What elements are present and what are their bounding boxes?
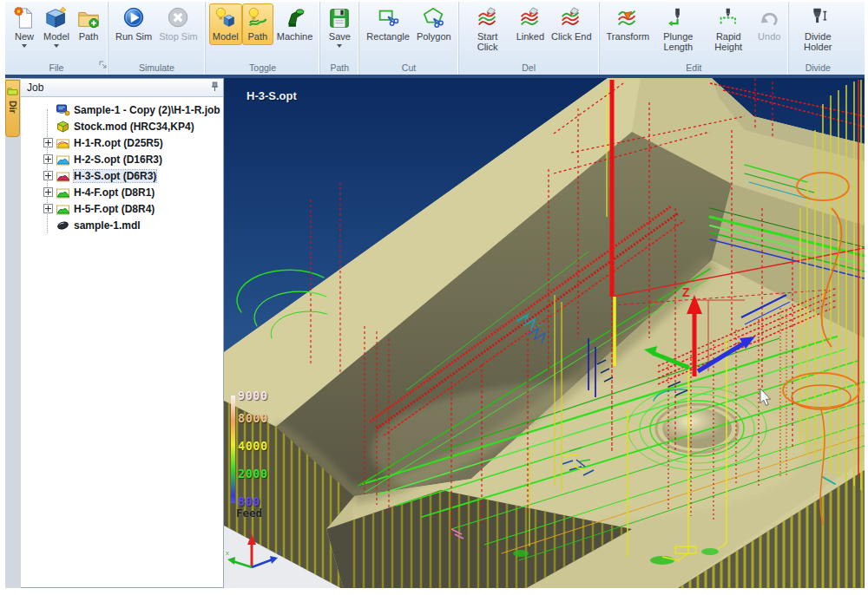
tree-item-stock[interactable]: Stock.mod (HRC34,KP4) (21, 118, 223, 134)
tree-item-h4f[interactable]: H-4-F.opt (D8R1) (21, 184, 223, 200)
sidebar-tab-strip: Dir (5, 78, 22, 588)
ribbon-group-edit: Transform Plunge Length Rapid Height Und… (599, 2, 789, 75)
tree-item-label: H-2-S.opt (D16R3) (74, 154, 162, 166)
polygon-cut-icon (422, 6, 446, 30)
delete-linked-button[interactable]: Linked (513, 3, 548, 45)
undo-icon (757, 6, 781, 30)
save-label: Save (329, 32, 351, 42)
expand-plus-icon[interactable] (43, 204, 53, 213)
pin-icon[interactable] (210, 80, 220, 95)
group-label-cut: Cut (363, 62, 454, 75)
path-label: Path (79, 32, 99, 42)
dir-tab-label: Dir (8, 101, 18, 114)
feed-value-2000: 2000 (238, 467, 268, 481)
triad-z-label: z (248, 526, 252, 534)
expand-plus-icon[interactable] (43, 154, 53, 164)
job-panel-header: Job (21, 79, 223, 97)
rapid-height-button[interactable]: Rapid Height (703, 3, 753, 55)
toolpath-green-icon (56, 203, 70, 215)
save-icon (327, 6, 352, 30)
transform-icon (615, 6, 640, 30)
ribbon-group-path: Save Path (319, 2, 358, 75)
undo-button[interactable]: Undo (753, 3, 785, 45)
ribbon-toolbar: New Model Path File (5, 2, 865, 75)
tree-item-label: H-1-R.opt (D25R5) (74, 137, 163, 149)
undo-label: Undo (758, 32, 780, 42)
polygon-cut-label: Polygon (417, 32, 451, 42)
delete-start-icon (476, 6, 500, 30)
machine-icon (283, 6, 307, 30)
z-axis-label: Z (682, 285, 690, 299)
dome-boss (662, 409, 732, 448)
toolpath-green-icon (56, 186, 70, 199)
path-file-button[interactable]: Path (73, 3, 104, 45)
job-panel-title: Job (27, 82, 210, 94)
tree-item-h3s[interactable]: H-3-S.opt (D6R3) (21, 167, 223, 184)
run-sim-button[interactable]: Run Sim (112, 3, 155, 45)
stop-sim-button[interactable]: Stop Sim (155, 3, 201, 45)
stock-cube-icon (56, 121, 70, 133)
tree-item-h2s[interactable]: H-2-S.opt (D16R3) (21, 151, 223, 167)
new-button[interactable]: New (9, 3, 40, 50)
tree-item-h1r[interactable]: H-1-R.opt (D25R5) (21, 134, 223, 151)
rectangle-cut-button[interactable]: Rectangle (363, 3, 413, 45)
tree-item-label: Sample-1 - Copy (2)\H-1-R.job (74, 104, 220, 116)
model-file-icon (56, 219, 70, 232)
3d-viewport[interactable]: H-3-S.opt (224, 78, 865, 588)
toggle-path-label: Path (247, 32, 267, 42)
tree-item-h5f[interactable]: H-5-F.opt (D8R4) (21, 200, 223, 217)
ribbon-group-simulate: Run Sim Stop Sim Simulate (108, 2, 205, 75)
tree-item-label: H-3-S.opt (D6R3) (74, 170, 156, 182)
delete-start-label: Start Click (466, 32, 510, 52)
save-button[interactable]: Save (324, 3, 355, 50)
divide-holder-button[interactable]: Divide Holder (792, 3, 843, 55)
stop-sim-label: Stop Sim (159, 32, 198, 42)
stop-sim-icon (166, 6, 190, 30)
polygon-cut-button[interactable]: Polygon (413, 3, 455, 45)
feed-rate-legend: 9000 8000 4000 2000 800 Feed (229, 389, 290, 527)
toolpath-yellow-icon (56, 137, 70, 149)
chevron-down-icon (54, 44, 59, 48)
feed-value-9000: 9000 (238, 389, 268, 402)
delete-start-click-button[interactable]: Start Click (463, 3, 513, 55)
sidebar-tab-dir[interactable]: Dir (5, 80, 20, 137)
toggle-machine-button[interactable]: Machine (273, 3, 317, 45)
ribbon-group-divide: Divide Holder Divide (788, 2, 846, 75)
tree-item-label: H-5-F.opt (D8R4) (74, 203, 155, 215)
expand-plus-icon[interactable] (43, 171, 53, 180)
delete-click-end-button[interactable]: Click End (548, 3, 595, 45)
dialog-launcher-icon[interactable] (99, 57, 108, 73)
sidebar: Dir Job Sample-1 - Copy (2)\H-1-R.job St… (5, 78, 224, 588)
new-label: New (15, 32, 34, 42)
expand-plus-icon[interactable] (43, 138, 53, 147)
ribbon-group-cut: Rectangle Polygon Cut (358, 2, 457, 75)
toggle-machine-label: Machine (277, 32, 313, 42)
toggle-model-button[interactable]: Model (209, 3, 242, 45)
ribbon-group-file: New Model Path File (5, 2, 108, 75)
triad-y-label: y (278, 547, 281, 555)
triad-x-label: x (226, 549, 229, 557)
expand-plus-icon[interactable] (43, 187, 53, 197)
path-folder-icon (76, 6, 101, 30)
feed-legend-title: Feed (236, 507, 262, 520)
feed-value-4000: 4000 (238, 439, 268, 453)
model-file-button[interactable]: Model (40, 3, 73, 50)
group-label-del: Del (463, 62, 595, 75)
tree-item-mdl[interactable]: sample-1.mdl (21, 217, 223, 233)
plunge-length-button[interactable]: Plunge Length (653, 3, 703, 55)
viewport-3d-scene[interactable]: Z z x y (224, 78, 865, 588)
toolpath-red-icon (56, 170, 70, 182)
delete-end-icon (559, 6, 583, 30)
feed-color-bar (231, 396, 235, 503)
transform-button[interactable]: Transform (603, 3, 654, 45)
tree-item-label: Stock.mod (HRC34,KP4) (74, 121, 194, 133)
toggle-path-button[interactable]: Path (242, 3, 273, 45)
delete-end-label: Click End (551, 32, 591, 42)
group-label-divide: Divide (792, 62, 843, 75)
toolpath-blue-icon (56, 154, 70, 166)
toggle-model-icon (214, 6, 238, 30)
delete-linked-icon (518, 6, 542, 30)
tree-item-job[interactable]: Sample-1 - Copy (2)\H-1-R.job (21, 101, 223, 118)
delete-linked-label: Linked (516, 32, 544, 42)
group-label-simulate: Simulate (112, 62, 201, 75)
